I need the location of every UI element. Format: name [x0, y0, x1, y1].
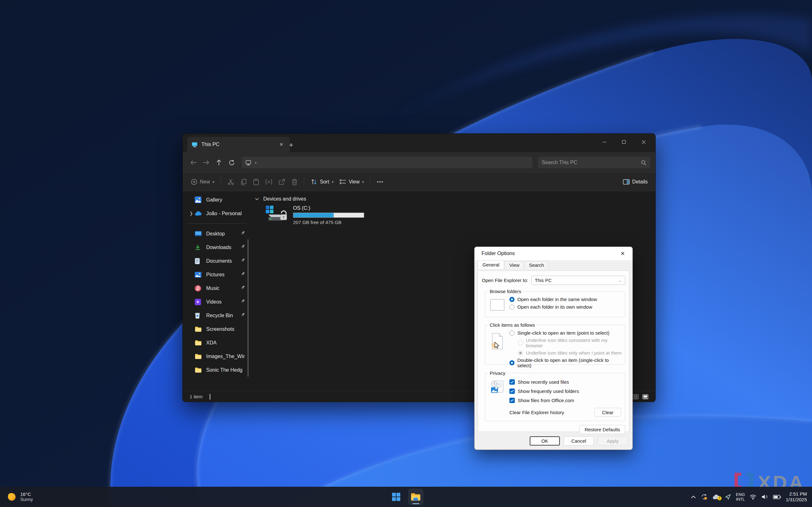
update-sync-tray-icon[interactable]	[701, 494, 708, 500]
tab-search[interactable]: Search	[525, 261, 549, 269]
new-chevron-icon: ▾	[212, 180, 214, 184]
sidebar-item-recycle-bin[interactable]: Recycle Bin	[184, 308, 248, 322]
sidebar-item-xda[interactable]: XDA	[184, 336, 248, 349]
open-file-explorer-to-label: Open File Explorer to:	[482, 278, 528, 283]
restore-defaults-button[interactable]: Restore Defaults	[579, 425, 625, 434]
drive-os-c[interactable]: OS (C:) 207 GB free of 475 GB	[265, 205, 364, 225]
search-box[interactable]: Search This PC	[538, 157, 650, 168]
copy-button[interactable]	[237, 176, 250, 188]
sidebar-item-gallery[interactable]: Gallery	[184, 193, 248, 207]
sidebar-item-downloads[interactable]: Downloads	[184, 240, 248, 254]
details-view-icon[interactable]	[632, 394, 639, 399]
cut-button[interactable]	[224, 176, 237, 188]
new-tab-button[interactable]: +	[286, 141, 296, 150]
sidebar-scrollbar[interactable]	[247, 239, 249, 377]
tab-general[interactable]: General	[478, 260, 504, 269]
option-underline-point[interactable]: Underline icon titles only when I point …	[518, 350, 622, 356]
thumbnail-view-icon[interactable]	[642, 394, 648, 399]
refresh-button[interactable]	[226, 157, 237, 168]
back-button[interactable]	[188, 157, 199, 168]
volume-tray-icon[interactable]	[761, 494, 768, 500]
address-bar[interactable]: ›	[242, 157, 532, 168]
address-this-pc-icon	[246, 160, 251, 165]
sidebar-item-music[interactable]: Music	[184, 281, 248, 295]
copy-icon	[241, 179, 247, 185]
sort-button[interactable]: Sort ▾	[307, 176, 337, 188]
sidebar-item-documents[interactable]: Documents	[184, 254, 248, 268]
new-button[interactable]: New ▾	[188, 176, 217, 188]
radio-selected[interactable]	[509, 297, 514, 302]
wifi-icon	[750, 494, 757, 500]
section-label: Devices and drives	[263, 196, 306, 202]
tab-close-icon[interactable]: ✕	[277, 140, 286, 149]
tray-overflow-button[interactable]	[691, 496, 696, 498]
sidebar-item-desktop[interactable]: Desktop	[184, 227, 248, 240]
explorer-tab-this-pc[interactable]: This PC ✕	[187, 137, 290, 152]
sidebar-item-sonic-the-hedg[interactable]: Sonic The Hedg	[184, 363, 248, 377]
documents-icon	[195, 258, 202, 265]
click-items-icon	[490, 333, 508, 353]
sidebar-item-images-the-wir[interactable]: Images_The_Wir	[184, 349, 248, 363]
up-button[interactable]	[213, 157, 224, 168]
open-to-dropdown[interactable]: This PC ⌄	[531, 276, 625, 285]
checkbox-checked[interactable]	[509, 389, 515, 394]
drive-usage-bar	[293, 213, 364, 218]
sidebar-item-videos[interactable]: Videos	[184, 295, 248, 308]
details-pane-label: Details	[632, 179, 648, 185]
more-options-button[interactable]	[374, 176, 386, 188]
clear-button[interactable]: Clear	[595, 408, 621, 417]
language-indicator[interactable]: ENG INTL	[736, 492, 745, 502]
paste-button[interactable]	[250, 176, 262, 188]
file-explorer-taskbar-button[interactable]	[408, 489, 423, 505]
close-button[interactable]	[634, 134, 653, 150]
option-same-window[interactable]: Open each folder in the same window	[509, 296, 622, 302]
checkbox-checked[interactable]	[509, 398, 515, 403]
minimize-button[interactable]	[595, 134, 614, 150]
search-icon	[641, 160, 647, 165]
recycle-bin-icon	[195, 312, 202, 319]
start-button[interactable]	[389, 489, 404, 505]
forward-button[interactable]	[200, 157, 212, 168]
option-own-window[interactable]: Open each folder in its own window	[509, 304, 622, 310]
sidebar-item-pictures[interactable]: Pictures	[184, 268, 248, 281]
delete-button[interactable]	[288, 176, 301, 188]
tab-view[interactable]: View	[505, 261, 524, 269]
dialog-tabs: General View Search	[474, 260, 632, 269]
option-underline-browser[interactable]: Underline icon titles consistent with my…	[518, 337, 622, 348]
option-show-frequent-folders[interactable]: Show frequently used folders	[509, 388, 622, 394]
maximize-button[interactable]	[614, 134, 634, 150]
option-double-click[interactable]: Double-click to open an item (single-cli…	[509, 357, 622, 368]
expand-chevron-icon[interactable]: ❯	[188, 211, 195, 216]
radio-unselected[interactable]	[509, 331, 514, 336]
sidebar-item-screenshots[interactable]: Screenshots	[184, 322, 248, 336]
drive-icon	[265, 205, 289, 222]
radio-unselected[interactable]	[509, 304, 514, 309]
dialog-close-button[interactable]: ✕	[617, 249, 628, 258]
cancel-button[interactable]: Cancel	[564, 436, 594, 446]
battery-tray-icon[interactable]	[773, 495, 781, 499]
ok-button[interactable]: OK	[530, 436, 560, 446]
folder-icon	[195, 353, 202, 360]
weather-widget[interactable]: 16°C Sunny	[4, 487, 36, 507]
section-devices-and-drives[interactable]: Devices and drives	[255, 196, 655, 202]
view-button[interactable]: View ▾	[337, 176, 367, 188]
clock-widget[interactable]: 2:51 PM 1/31/2025	[786, 491, 808, 503]
checkbox-checked[interactable]	[509, 379, 515, 385]
details-pane-button[interactable]: Details	[623, 179, 650, 185]
apply-button[interactable]: Apply	[598, 436, 628, 446]
option-single-click[interactable]: Single-click to open an item (point to s…	[509, 330, 622, 336]
rename-button[interactable]: A	[262, 176, 275, 188]
view-icon	[340, 179, 346, 185]
radio-selected[interactable]	[509, 360, 514, 365]
location-tray-icon[interactable]	[725, 494, 731, 500]
sidebar-item-onedrive-personal[interactable]: ❯ João - Personal	[184, 207, 248, 220]
breadcrumb-chevron-icon: ›	[255, 160, 257, 165]
option-show-recent-files[interactable]: Show recently used files	[509, 379, 622, 385]
network-tray-icon[interactable]	[750, 494, 757, 500]
onedrive-tray-icon[interactable]: !	[712, 494, 720, 499]
pictures-icon	[195, 271, 202, 278]
item-count: 1 item	[190, 394, 203, 399]
view-button-label: View	[349, 179, 359, 185]
option-show-office-files[interactable]: Show files from Office.com	[509, 397, 622, 403]
share-button[interactable]	[275, 176, 288, 188]
